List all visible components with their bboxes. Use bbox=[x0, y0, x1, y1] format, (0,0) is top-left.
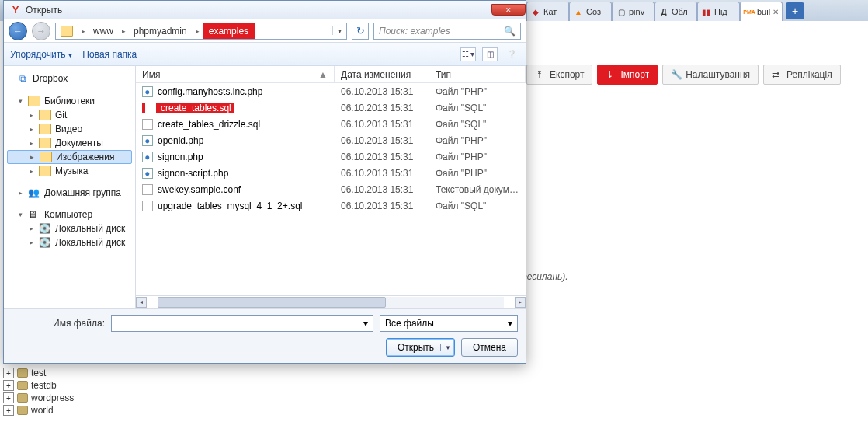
column-header-type[interactable]: Тип bbox=[429, 66, 526, 82]
file-row[interactable]: signon.php06.10.2013 15:31Файл "PHP" bbox=[136, 148, 526, 165]
window-close-button[interactable]: ✕ bbox=[491, 4, 526, 16]
folder-icon bbox=[39, 110, 51, 120]
file-row[interactable]: swekey.sample.conf06.10.2013 15:31Тексто… bbox=[136, 181, 526, 197]
dialog-toolbar: Упорядочить▼ Новая папка ☷ ▾ ◫ ❔ bbox=[4, 43, 526, 66]
expand-icon[interactable]: + bbox=[3, 392, 14, 403]
browser-tab[interactable]: ◆Кат bbox=[526, 2, 569, 21]
new-folder-button[interactable]: Новая папка bbox=[82, 49, 137, 60]
close-tab-icon[interactable]: ✕ bbox=[773, 8, 779, 16]
file-row[interactable]: signon-script.php06.10.2013 15:31Файл "P… bbox=[136, 165, 526, 181]
expand-icon[interactable]: ▸ bbox=[16, 189, 24, 197]
folder-icon bbox=[40, 152, 52, 162]
file-type: Файл "PHP" bbox=[429, 168, 526, 179]
expand-icon[interactable]: ▸ bbox=[27, 167, 35, 175]
file-open-dialog: Y Открыть ✕ ← → ▸ www ▸ phpmyadmin ▸ exa… bbox=[3, 0, 526, 364]
browser-tab[interactable]: ДОбл bbox=[654, 2, 697, 21]
chevron-down-icon[interactable]: ▼ bbox=[440, 344, 451, 351]
cancel-button[interactable]: Отмена bbox=[461, 338, 518, 357]
nav-item-video[interactable]: ▸Видео bbox=[7, 122, 132, 136]
tab-import[interactable]: ⭳Імпорт bbox=[597, 65, 658, 85]
scroll-left-button[interactable]: ◂ bbox=[136, 297, 147, 308]
new-tab-button[interactable]: + bbox=[786, 2, 804, 19]
file-row[interactable]: create_tables.sql06.10.2013 15:31Файл "S… bbox=[136, 99, 526, 116]
nav-item-computer[interactable]: ▾🖥Компьютер bbox=[7, 208, 132, 221]
chevron-right-icon[interactable]: ▸ bbox=[78, 27, 89, 35]
nav-back-button[interactable]: ← bbox=[9, 22, 27, 40]
db-tree-item[interactable]: +wordpress bbox=[3, 392, 74, 404]
nav-item-pictures-selected[interactable]: ▸Изображения bbox=[7, 150, 132, 164]
preview-pane-button[interactable]: ◫ bbox=[482, 47, 498, 61]
nav-item-music[interactable]: ▸Музыка bbox=[7, 164, 132, 178]
expand-icon[interactable]: ▸ bbox=[27, 239, 35, 246]
nav-forward-button[interactable]: → bbox=[32, 22, 50, 40]
file-type: Файл "PHP" bbox=[429, 135, 526, 146]
expand-icon[interactable]: ▸ bbox=[27, 111, 35, 119]
filename-label: Имя файла: bbox=[12, 318, 105, 329]
expand-icon[interactable]: ▸ bbox=[27, 139, 35, 147]
file-row[interactable]: config.manyhosts.inc.php06.10.2013 15:31… bbox=[136, 83, 526, 99]
yandex-icon: Y bbox=[10, 5, 21, 16]
address-bar[interactable]: ▸ www ▸ phpmyadmin ▸ examples ▾ bbox=[55, 23, 347, 40]
browser-tab[interactable]: ▮▮Під bbox=[697, 2, 740, 21]
breadcrumb-segment[interactable]: www bbox=[89, 23, 119, 39]
scroll-thumb[interactable] bbox=[158, 297, 386, 308]
help-button[interactable]: ❔ bbox=[504, 47, 519, 61]
db-tree-item[interactable]: +testdb bbox=[3, 379, 74, 392]
breadcrumb-segment[interactable]: phpmyadmin bbox=[129, 23, 193, 39]
expand-icon[interactable]: ▸ bbox=[27, 125, 35, 133]
organize-menu[interactable]: Упорядочить▼ bbox=[10, 49, 73, 60]
tab-settings[interactable]: 🔧Налаштування bbox=[662, 65, 759, 85]
expand-icon[interactable]: ▸ bbox=[28, 153, 36, 161]
pma-tabs: ⭱Експорт ⭳Імпорт 🔧Налаштування ⇄Реплікац… bbox=[526, 64, 841, 85]
file-name: signon-script.php bbox=[158, 168, 228, 179]
browser-tab[interactable]: ▢pinv bbox=[612, 2, 654, 21]
expand-icon[interactable]: + bbox=[3, 405, 14, 416]
file-name: openid.php bbox=[158, 135, 203, 146]
browser-tab[interactable]: ▲Соз bbox=[569, 2, 612, 21]
chevron-right-icon[interactable]: ▸ bbox=[193, 27, 203, 35]
column-header-date[interactable]: Дата изменения bbox=[335, 66, 429, 82]
nav-item-git[interactable]: ▸Git bbox=[7, 108, 132, 122]
nav-item-local-disk[interactable]: ▸💽Локальный диск bbox=[7, 221, 132, 235]
file-date: 06.10.2013 15:31 bbox=[335, 119, 429, 130]
scroll-right-button[interactable]: ▸ bbox=[515, 297, 526, 308]
collapse-icon[interactable]: ▾ bbox=[16, 97, 24, 105]
nav-item-libraries[interactable]: ▾Библиотеки bbox=[7, 94, 132, 108]
breadcrumb-segment-current[interactable]: examples bbox=[203, 23, 255, 39]
search-input[interactable]: Поиск: examples 🔍 bbox=[373, 23, 521, 40]
scroll-track[interactable] bbox=[158, 297, 504, 308]
address-dropdown[interactable]: ▾ bbox=[332, 26, 346, 35]
expand-icon[interactable]: + bbox=[3, 368, 14, 378]
column-header-name[interactable]: Имя▲ bbox=[136, 66, 335, 82]
chevron-down-icon[interactable]: ▾ bbox=[363, 318, 368, 329]
nav-tree: ⧉Dropbox ▾Библиотеки ▸Git ▸Видео ▸Докуме… bbox=[4, 66, 136, 308]
file-name: create_tables_drizzle.sql bbox=[158, 119, 260, 130]
open-button[interactable]: Открыть▼ bbox=[386, 338, 455, 357]
view-mode-button[interactable]: ☷ ▾ bbox=[460, 47, 476, 61]
expand-icon[interactable]: ▸ bbox=[27, 225, 35, 232]
tab-icon: ▲ bbox=[573, 6, 584, 17]
chevron-right-icon[interactable]: ▸ bbox=[119, 27, 129, 35]
db-tree-item[interactable]: +world bbox=[3, 404, 74, 417]
db-tree-item[interactable]: +test bbox=[3, 367, 74, 379]
tab-export[interactable]: ⭱Експорт bbox=[526, 65, 592, 85]
nav-item-homegroup[interactable]: ▸👥Домашняя группа bbox=[7, 186, 132, 200]
refresh-button[interactable]: ↻ bbox=[352, 23, 369, 40]
tab-replication[interactable]: ⇄Реплікація bbox=[763, 65, 841, 85]
nav-item-local-disk[interactable]: ▸💽Локальный диск bbox=[7, 235, 132, 249]
database-tree: +test +testdb +wordpress +world bbox=[3, 367, 74, 417]
file-row[interactable]: upgrade_tables_mysql_4_1_2+.sql06.10.201… bbox=[136, 197, 526, 214]
nav-item-dropbox[interactable]: ⧉Dropbox bbox=[7, 71, 132, 86]
collapse-icon[interactable]: ▾ bbox=[16, 211, 24, 218]
file-row[interactable]: openid.php06.10.2013 15:31Файл "PHP" bbox=[136, 132, 526, 148]
file-row[interactable]: create_tables_drizzle.sql06.10.2013 15:3… bbox=[136, 116, 526, 132]
file-type-filter[interactable]: Все файлы▾ bbox=[380, 315, 518, 332]
file-type: Файл "SQL" bbox=[429, 201, 526, 211]
nav-item-documents[interactable]: ▸Документы bbox=[7, 136, 132, 150]
horizontal-scrollbar[interactable]: ◂ ▸ bbox=[136, 295, 526, 308]
disk-icon: 💽 bbox=[39, 223, 51, 234]
filename-input[interactable]: ▾ bbox=[111, 315, 373, 332]
chevron-down-icon[interactable]: ▾ bbox=[508, 318, 512, 329]
browser-tab-active[interactable]: PMAbuil✕ bbox=[740, 2, 783, 21]
expand-icon[interactable]: + bbox=[3, 380, 14, 391]
